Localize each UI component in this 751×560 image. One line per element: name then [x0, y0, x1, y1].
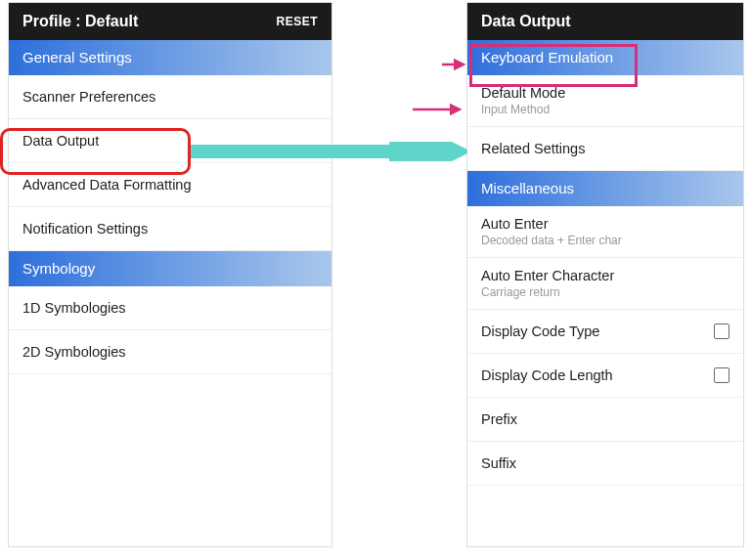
item-label: Data Output — [22, 133, 99, 149]
section-keyboard-emulation: Keyboard Emulation — [467, 40, 743, 75]
item-notification-settings[interactable]: Notification Settings — [9, 207, 331, 251]
item-label: Auto Enter — [481, 216, 729, 232]
item-related-settings[interactable]: Related Settings — [467, 127, 743, 171]
section-symbology: Symbology — [9, 251, 331, 286]
item-1d-symbologies[interactable]: 1D Symbologies — [9, 286, 331, 330]
item-default-mode[interactable]: Default Mode Input Method — [467, 75, 743, 127]
item-sublabel: Input Method — [481, 103, 729, 116]
item-label: 1D Symbologies — [22, 300, 126, 316]
item-label: Notification Settings — [22, 221, 148, 237]
item-scanner-preferences[interactable]: Scanner Preferences — [9, 75, 331, 119]
annotation-arrow-pink-2 — [413, 103, 467, 116]
profile-titlebar: Profile : Default RESET — [9, 3, 331, 40]
item-label: Auto Enter Character — [481, 268, 729, 283]
item-label: 2D Symbologies — [22, 344, 126, 360]
item-auto-enter-character[interactable]: Auto Enter Character Carriage return — [467, 258, 743, 310]
item-sublabel: Decoded data + Enter char — [481, 234, 729, 247]
item-label: Related Settings — [481, 141, 585, 156]
item-sublabel: Carriage return — [481, 285, 729, 299]
item-label: Advanced Data Formatting — [22, 177, 191, 193]
item-prefix[interactable]: Prefix — [467, 398, 743, 442]
section-miscellaneous: Miscellaneous — [467, 171, 743, 206]
item-advanced-data-formatting[interactable]: Advanced Data Formatting — [9, 163, 331, 207]
item-display-code-type[interactable]: Display Code Type — [467, 310, 743, 354]
section-general-settings: General Settings — [9, 40, 331, 75]
item-label: Default Mode — [481, 85, 729, 101]
checkbox-display-code-type[interactable] — [714, 323, 729, 339]
item-label: Display Code Length — [481, 367, 613, 383]
data-output-panel: Data Output Keyboard Emulation Default M… — [466, 2, 744, 547]
item-suffix[interactable]: Suffix — [467, 442, 743, 486]
item-label: Suffix — [481, 455, 516, 471]
checkbox-display-code-length[interactable] — [714, 367, 729, 383]
profile-title: Profile : Default — [22, 13, 138, 30]
item-auto-enter[interactable]: Auto Enter Decoded data + Enter char — [467, 206, 743, 258]
profile-panel: Profile : Default RESET General Settings… — [8, 2, 332, 547]
data-output-title: Data Output — [481, 13, 571, 30]
item-label: Prefix — [481, 411, 517, 427]
data-output-titlebar: Data Output — [467, 3, 743, 40]
item-2d-symbologies[interactable]: 2D Symbologies — [9, 330, 331, 374]
item-display-code-length[interactable]: Display Code Length — [467, 354, 743, 398]
item-label: Display Code Type — [481, 323, 599, 339]
item-data-output[interactable]: Data Output — [9, 119, 331, 163]
item-label: Scanner Preferences — [22, 89, 155, 105]
reset-button[interactable]: RESET — [276, 15, 318, 28]
